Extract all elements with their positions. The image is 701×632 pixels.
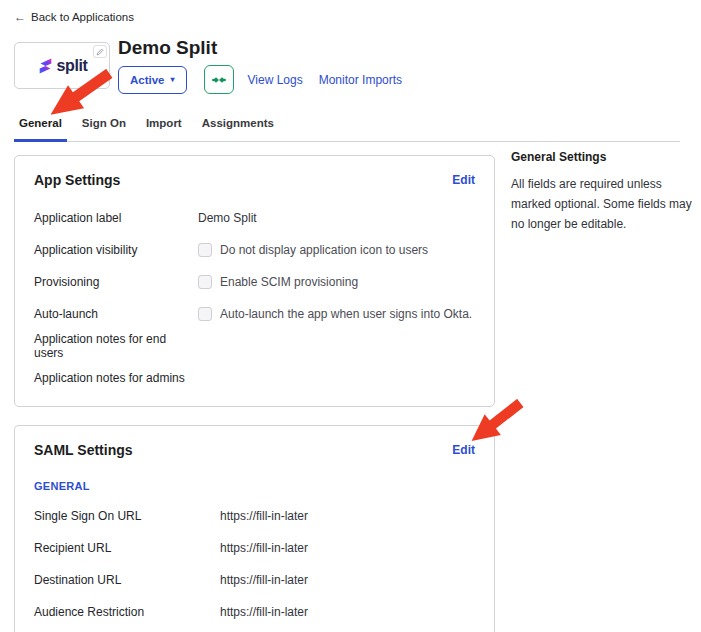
status-dropdown-button[interactable]: Active ▾: [118, 66, 187, 94]
field-label: Single Sign On URL: [34, 509, 220, 523]
field-label: Application visibility: [34, 243, 198, 257]
scim-provisioning-checkbox[interactable]: [198, 275, 212, 289]
row-recipient-url: Recipient URL https://fill-in-later: [34, 532, 475, 564]
row-notes-end-users: Application notes for end users: [34, 330, 475, 362]
split-logo-icon: [37, 56, 54, 76]
monitor-imports-link[interactable]: Monitor Imports: [319, 73, 402, 87]
header-controls: Active ▾ View Logs Monitor Imports: [118, 65, 402, 94]
sidebar-title: General Settings: [511, 150, 695, 164]
handshake-icon: [212, 74, 226, 86]
visibility-checkbox[interactable]: [198, 243, 212, 257]
provisioning-connection-button[interactable]: [204, 65, 234, 94]
saml-settings-card: SAML Settings Edit GENERAL Single Sign O…: [14, 425, 495, 632]
field-label: Provisioning: [34, 275, 198, 289]
edit-logo-button[interactable]: [93, 45, 107, 58]
page-title: Demo Split: [118, 37, 217, 59]
field-label: Application notes for end users: [34, 332, 198, 360]
app-settings-edit-link[interactable]: Edit: [452, 173, 475, 187]
help-sidebar: General Settings All fields are required…: [511, 150, 695, 234]
view-logs-link[interactable]: View Logs: [248, 73, 303, 87]
back-arrow-icon: ←: [14, 10, 26, 24]
field-value: https://fill-in-later: [220, 573, 475, 587]
row-single-sign-on-url: Single Sign On URL https://fill-in-later: [34, 500, 475, 532]
field-label: Recipient URL: [34, 541, 220, 555]
checkbox-label: Enable SCIM provisioning: [220, 275, 358, 289]
tab-sign-on[interactable]: Sign On: [77, 110, 131, 142]
saml-settings-rows: Single Sign On URL https://fill-in-later…: [34, 500, 475, 628]
pencil-icon: [96, 48, 104, 56]
app-settings-rows: Application label Demo Split Application…: [34, 202, 475, 394]
field-label: Audience Restriction: [34, 605, 220, 619]
field-value: https://fill-in-later: [220, 509, 475, 523]
saml-general-section-header: GENERAL: [34, 480, 475, 492]
field-value: https://fill-in-later: [220, 605, 475, 619]
split-logo-text: split: [57, 57, 88, 75]
field-label: Destination URL: [34, 573, 220, 587]
checkbox-label: Auto-launch the app when user signs into…: [220, 307, 472, 321]
okta-app-page: ← Back to Applications split Demo Split …: [0, 0, 701, 632]
checkbox-label: Do not display application icon to users: [220, 243, 428, 257]
field-label: Application notes for admins: [34, 371, 198, 385]
app-settings-card: App Settings Edit Application label Demo…: [14, 155, 495, 407]
row-provisioning: Provisioning Enable SCIM provisioning: [34, 266, 475, 298]
app-settings-title: App Settings: [34, 172, 120, 188]
field-label: Auto-launch: [34, 307, 198, 321]
field-value: Demo Split: [198, 211, 475, 225]
app-tabs: General Sign On Import Assignments: [14, 110, 680, 142]
row-auto-launch: Auto-launch Auto-launch the app when use…: [34, 298, 475, 330]
saml-settings-edit-link[interactable]: Edit: [452, 443, 475, 457]
field-value: https://fill-in-later: [220, 541, 475, 555]
tab-assignments[interactable]: Assignments: [197, 110, 279, 142]
row-application-label: Application label Demo Split: [34, 202, 475, 234]
app-logo-tile: split: [14, 42, 110, 89]
sidebar-body-text: All fields are required unless marked op…: [511, 174, 695, 234]
auto-launch-checkbox[interactable]: [198, 307, 212, 321]
back-link-label: Back to Applications: [31, 11, 134, 23]
saml-settings-title: SAML Settings: [34, 442, 133, 458]
tab-general[interactable]: General: [14, 110, 67, 142]
row-destination-url: Destination URL https://fill-in-later: [34, 564, 475, 596]
tab-import[interactable]: Import: [141, 110, 187, 142]
row-audience-restriction: Audience Restriction https://fill-in-lat…: [34, 596, 475, 628]
row-notes-admins: Application notes for admins: [34, 362, 475, 394]
field-label: Application label: [34, 211, 198, 225]
chevron-down-icon: ▾: [171, 75, 175, 84]
back-to-applications-link[interactable]: ← Back to Applications: [14, 10, 134, 24]
row-application-visibility: Application visibility Do not display ap…: [34, 234, 475, 266]
status-label: Active: [130, 74, 165, 86]
